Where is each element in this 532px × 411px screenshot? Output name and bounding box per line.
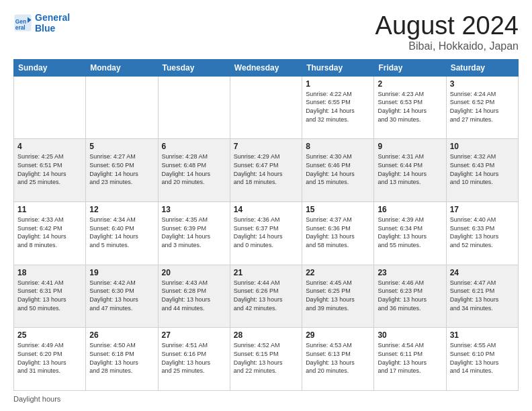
day-number: 13 [162,205,226,214]
day-info: Sunrise: 4:51 AM Sunset: 6:16 PM Dayligh… [162,341,226,375]
day-info: Sunrise: 4:23 AM Sunset: 6:53 PM Dayligh… [378,90,442,124]
calendar-week-1: 1Sunrise: 4:22 AM Sunset: 6:55 PM Daylig… [14,76,519,139]
day-number: 6 [162,142,226,151]
footer: Daylight hours [13,395,519,403]
day-info: Sunrise: 4:39 AM Sunset: 6:34 PM Dayligh… [378,216,442,249]
day-number: 7 [234,142,298,151]
calendar-cell: 29Sunrise: 4:53 AM Sunset: 6:13 PM Dayli… [302,328,374,391]
logo-icon: Gen eral [13,13,32,32]
day-info: Sunrise: 4:43 AM Sunset: 6:28 PM Dayligh… [162,279,226,312]
day-info: Sunrise: 4:37 AM Sunset: 6:36 PM Dayligh… [306,216,370,249]
calendar-header-sunday: Sunday [14,59,86,76]
day-number: 30 [378,330,442,340]
day-number: 3 [450,79,515,89]
header: Gen eral General Blue August 2024 Bibai,… [13,12,519,52]
day-info: Sunrise: 4:41 AM Sunset: 6:31 PM Dayligh… [17,279,82,312]
day-number: 14 [234,205,298,214]
day-info: Sunrise: 4:52 AM Sunset: 6:15 PM Dayligh… [234,341,298,375]
day-number: 2 [378,79,442,89]
calendar-cell [230,76,302,139]
calendar-header-saturday: Saturday [446,59,518,76]
calendar-cell [158,76,230,139]
logo-line1: General [35,12,70,23]
calendar-header-row: SundayMondayTuesdayWednesdayThursdayFrid… [14,59,519,76]
day-info: Sunrise: 4:53 AM Sunset: 6:13 PM Dayligh… [306,341,370,375]
calendar-cell: 17Sunrise: 4:40 AM Sunset: 6:33 PM Dayli… [446,202,518,265]
calendar-cell: 9Sunrise: 4:31 AM Sunset: 6:44 PM Daylig… [374,139,446,202]
day-number: 28 [234,330,298,340]
day-number: 17 [450,205,515,214]
calendar-header-tuesday: Tuesday [158,59,230,76]
day-info: Sunrise: 4:34 AM Sunset: 6:40 PM Dayligh… [89,216,154,249]
day-info: Sunrise: 4:50 AM Sunset: 6:18 PM Dayligh… [89,341,154,375]
calendar-cell: 7Sunrise: 4:29 AM Sunset: 6:47 PM Daylig… [230,139,302,202]
day-info: Sunrise: 4:32 AM Sunset: 6:43 PM Dayligh… [450,152,515,186]
calendar-cell: 18Sunrise: 4:41 AM Sunset: 6:31 PM Dayli… [14,265,86,328]
calendar-cell [86,76,158,139]
calendar-header-wednesday: Wednesday [230,59,302,76]
calendar-cell: 2Sunrise: 4:23 AM Sunset: 6:53 PM Daylig… [374,76,446,139]
calendar-cell: 14Sunrise: 4:36 AM Sunset: 6:37 PM Dayli… [230,202,302,265]
calendar-header-thursday: Thursday [302,59,374,76]
calendar-header-monday: Monday [86,59,158,76]
calendar-cell: 3Sunrise: 4:24 AM Sunset: 6:52 PM Daylig… [446,76,518,139]
day-number: 25 [17,330,82,340]
calendar-cell: 5Sunrise: 4:27 AM Sunset: 6:50 PM Daylig… [86,139,158,202]
calendar-cell: 30Sunrise: 4:54 AM Sunset: 6:11 PM Dayli… [374,328,446,391]
calendar-cell: 19Sunrise: 4:42 AM Sunset: 6:30 PM Dayli… [86,265,158,328]
calendar-cell [14,76,86,139]
calendar-week-5: 25Sunrise: 4:49 AM Sunset: 6:20 PM Dayli… [14,328,519,391]
page: Gen eral General Blue August 2024 Bibai,… [0,0,532,411]
day-number: 12 [89,205,154,214]
day-info: Sunrise: 4:47 AM Sunset: 6:21 PM Dayligh… [450,279,515,312]
logo-text: General Blue [35,12,70,34]
day-info: Sunrise: 4:33 AM Sunset: 6:42 PM Dayligh… [17,216,82,249]
day-number: 31 [450,330,515,340]
day-number: 22 [306,268,370,277]
calendar-cell: 25Sunrise: 4:49 AM Sunset: 6:20 PM Dayli… [14,328,86,391]
day-info: Sunrise: 4:44 AM Sunset: 6:26 PM Dayligh… [234,279,298,312]
calendar-cell: 8Sunrise: 4:30 AM Sunset: 6:46 PM Daylig… [302,139,374,202]
day-info: Sunrise: 4:35 AM Sunset: 6:39 PM Dayligh… [162,216,226,249]
calendar-cell: 21Sunrise: 4:44 AM Sunset: 6:26 PM Dayli… [230,265,302,328]
svg-text:eral: eral [15,24,26,31]
calendar-cell: 10Sunrise: 4:32 AM Sunset: 6:43 PM Dayli… [446,139,518,202]
day-info: Sunrise: 4:25 AM Sunset: 6:51 PM Dayligh… [17,152,82,186]
calendar-cell: 15Sunrise: 4:37 AM Sunset: 6:36 PM Dayli… [302,202,374,265]
day-number: 9 [378,142,442,151]
calendar-cell: 6Sunrise: 4:28 AM Sunset: 6:48 PM Daylig… [158,139,230,202]
calendar-table: SundayMondayTuesdayWednesdayThursdayFrid… [13,59,519,391]
calendar-cell: 22Sunrise: 4:45 AM Sunset: 6:25 PM Dayli… [302,265,374,328]
main-title: August 2024 [375,12,519,40]
calendar-cell: 13Sunrise: 4:35 AM Sunset: 6:39 PM Dayli… [158,202,230,265]
calendar-cell: 11Sunrise: 4:33 AM Sunset: 6:42 PM Dayli… [14,202,86,265]
day-number: 11 [17,205,82,214]
day-number: 18 [17,268,82,277]
day-number: 8 [306,142,370,151]
calendar-cell: 24Sunrise: 4:47 AM Sunset: 6:21 PM Dayli… [446,265,518,328]
calendar-cell: 20Sunrise: 4:43 AM Sunset: 6:28 PM Dayli… [158,265,230,328]
day-info: Sunrise: 4:24 AM Sunset: 6:52 PM Dayligh… [450,90,515,124]
day-number: 24 [450,268,515,277]
day-number: 27 [162,330,226,340]
calendar-cell: 23Sunrise: 4:46 AM Sunset: 6:23 PM Dayli… [374,265,446,328]
day-info: Sunrise: 4:49 AM Sunset: 6:20 PM Dayligh… [17,341,82,375]
day-number: 15 [306,205,370,214]
day-info: Sunrise: 4:31 AM Sunset: 6:44 PM Dayligh… [378,152,442,186]
calendar-cell: 28Sunrise: 4:52 AM Sunset: 6:15 PM Dayli… [230,328,302,391]
day-info: Sunrise: 4:40 AM Sunset: 6:33 PM Dayligh… [450,216,515,249]
calendar-cell: 16Sunrise: 4:39 AM Sunset: 6:34 PM Dayli… [374,202,446,265]
day-info: Sunrise: 4:28 AM Sunset: 6:48 PM Dayligh… [162,152,226,186]
calendar-week-4: 18Sunrise: 4:41 AM Sunset: 6:31 PM Dayli… [14,265,519,328]
day-number: 16 [378,205,442,214]
day-info: Sunrise: 4:54 AM Sunset: 6:11 PM Dayligh… [378,341,442,375]
calendar-cell: 26Sunrise: 4:50 AM Sunset: 6:18 PM Dayli… [86,328,158,391]
calendar-week-3: 11Sunrise: 4:33 AM Sunset: 6:42 PM Dayli… [14,202,519,265]
calendar-cell: 27Sunrise: 4:51 AM Sunset: 6:16 PM Dayli… [158,328,230,391]
title-block: August 2024 Bibai, Hokkaido, Japan [375,12,519,52]
day-number: 26 [89,330,154,340]
day-info: Sunrise: 4:45 AM Sunset: 6:25 PM Dayligh… [306,279,370,312]
day-info: Sunrise: 4:22 AM Sunset: 6:55 PM Dayligh… [306,90,370,124]
day-info: Sunrise: 4:36 AM Sunset: 6:37 PM Dayligh… [234,216,298,249]
day-number: 20 [162,268,226,277]
